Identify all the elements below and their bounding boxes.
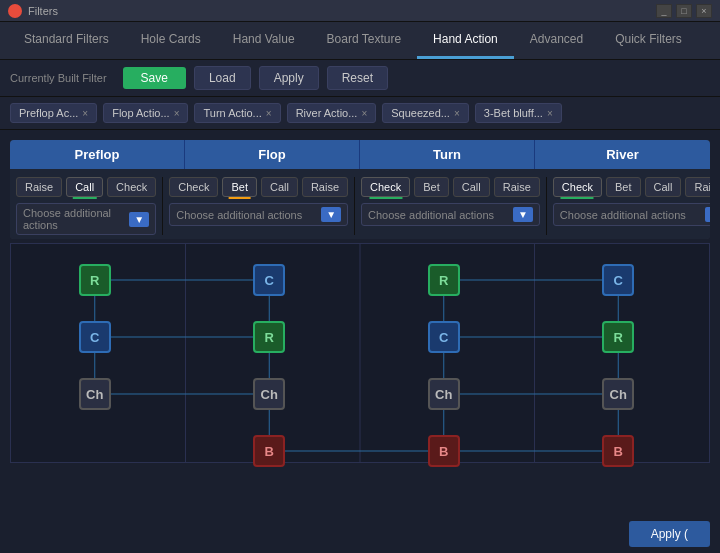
preflop-call-btn[interactable]: Call bbox=[66, 177, 103, 197]
maximize-button[interactable]: □ bbox=[676, 4, 692, 18]
node-preflop-call[interactable]: C bbox=[79, 321, 111, 353]
apply-main-button[interactable]: Apply ( bbox=[629, 521, 710, 547]
flop-actions: Check Bet Call Raise Choose additional a… bbox=[163, 177, 355, 235]
tag-preflop-label: Preflop Ac... bbox=[19, 107, 78, 119]
bottom-bar: Apply ( bbox=[629, 521, 710, 547]
tag-preflop-remove[interactable]: × bbox=[82, 108, 88, 119]
tag-squeezed: Squeezed... × bbox=[382, 103, 469, 123]
tag-squeezed-remove[interactable]: × bbox=[454, 108, 460, 119]
flop-check-btn[interactable]: Check bbox=[169, 177, 218, 197]
turn-bet-btn[interactable]: Bet bbox=[414, 177, 449, 197]
turn-raise-btn[interactable]: Raise bbox=[494, 177, 540, 197]
filter-bar: Currently Built Filter Save Load Apply R… bbox=[0, 60, 720, 97]
river-actions: Check Bet Call Raise Choose additional a… bbox=[547, 177, 710, 235]
load-button[interactable]: Load bbox=[194, 66, 251, 90]
node-turn-raise[interactable]: R bbox=[428, 264, 460, 296]
flop-dropdown-arrow: ▼ bbox=[321, 207, 341, 222]
tag-3bet-remove[interactable]: × bbox=[547, 108, 553, 119]
tag-river-label: River Actio... bbox=[296, 107, 358, 119]
nav-tabs: Standard Filters Hole Cards Hand Value B… bbox=[0, 22, 720, 60]
tag-flop-remove[interactable]: × bbox=[174, 108, 180, 119]
title-bar: Filters _ □ × bbox=[0, 0, 720, 22]
tab-board-texture[interactable]: Board Texture bbox=[311, 22, 418, 59]
node-river-raise[interactable]: R bbox=[602, 321, 634, 353]
node-turn-bet[interactable]: B bbox=[428, 435, 460, 467]
node-preflop-check[interactable]: Ch bbox=[79, 378, 111, 410]
flop-raise-btn[interactable]: Raise bbox=[302, 177, 348, 197]
tag-river-remove[interactable]: × bbox=[361, 108, 367, 119]
node-turn-check[interactable]: Ch bbox=[428, 378, 460, 410]
tag-preflop: Preflop Ac... × bbox=[10, 103, 97, 123]
street-header-turn: Turn bbox=[360, 140, 535, 169]
river-bet-btn[interactable]: Bet bbox=[606, 177, 641, 197]
tags-bar: Preflop Ac... × Flop Actio... × Turn Act… bbox=[0, 97, 720, 130]
flop-bet-btn[interactable]: Bet bbox=[222, 177, 257, 197]
tag-turn-label: Turn Actio... bbox=[203, 107, 261, 119]
tab-standard-filters[interactable]: Standard Filters bbox=[8, 22, 125, 59]
node-flop-call[interactable]: C bbox=[253, 264, 285, 296]
preflop-actions: Raise Call Check Choose additional actio… bbox=[10, 177, 163, 235]
preflop-check-btn[interactable]: Check bbox=[107, 177, 156, 197]
turn-additional-dropdown[interactable]: Choose additional actions ▼ bbox=[361, 203, 540, 226]
title-bar-title: Filters bbox=[28, 5, 58, 17]
tab-hand-action[interactable]: Hand Action bbox=[417, 22, 514, 59]
tab-hand-value[interactable]: Hand Value bbox=[217, 22, 311, 59]
turn-dropdown-arrow: ▼ bbox=[513, 207, 533, 222]
node-flop-check[interactable]: Ch bbox=[253, 378, 285, 410]
tab-quick-filters[interactable]: Quick Filters bbox=[599, 22, 698, 59]
node-preflop-raise[interactable]: R bbox=[79, 264, 111, 296]
turn-check-btn[interactable]: Check bbox=[361, 177, 410, 197]
river-raise-btn[interactable]: Raise bbox=[685, 177, 710, 197]
preflop-dropdown-arrow: ▼ bbox=[129, 212, 149, 227]
flop-additional-dropdown[interactable]: Choose additional actions ▼ bbox=[169, 203, 348, 226]
preflop-raise-btn[interactable]: Raise bbox=[16, 177, 62, 197]
app-icon bbox=[8, 4, 22, 18]
node-flop-bet[interactable]: B bbox=[253, 435, 285, 467]
river-additional-dropdown[interactable]: Choose additional actions ▼ bbox=[553, 203, 710, 226]
tag-flop: Flop Actio... × bbox=[103, 103, 188, 123]
river-dropdown-arrow: ▼ bbox=[705, 207, 710, 222]
node-river-bet[interactable]: B bbox=[602, 435, 634, 467]
tag-turn-remove[interactable]: × bbox=[266, 108, 272, 119]
close-button[interactable]: × bbox=[696, 4, 712, 18]
save-button[interactable]: Save bbox=[123, 67, 186, 89]
tag-3bet-label: 3-Bet bluff... bbox=[484, 107, 543, 119]
node-turn-call[interactable]: C bbox=[428, 321, 460, 353]
reset-button[interactable]: Reset bbox=[327, 66, 388, 90]
tag-squeezed-label: Squeezed... bbox=[391, 107, 450, 119]
node-river-check[interactable]: Ch bbox=[602, 378, 634, 410]
tab-hole-cards[interactable]: Hole Cards bbox=[125, 22, 217, 59]
river-call-btn[interactable]: Call bbox=[645, 177, 682, 197]
street-header-flop: Flop bbox=[185, 140, 360, 169]
apply-button[interactable]: Apply bbox=[259, 66, 319, 90]
tag-turn: Turn Actio... × bbox=[194, 103, 280, 123]
minimize-button[interactable]: _ bbox=[656, 4, 672, 18]
street-header-preflop: Preflop bbox=[10, 140, 185, 169]
filter-bar-label: Currently Built Filter bbox=[10, 72, 107, 84]
tag-flop-label: Flop Actio... bbox=[112, 107, 169, 119]
turn-actions: Check Bet Call Raise Choose additional a… bbox=[355, 177, 547, 235]
tag-river: River Actio... × bbox=[287, 103, 377, 123]
turn-call-btn[interactable]: Call bbox=[453, 177, 490, 197]
preflop-additional-dropdown[interactable]: Choose additional actions ▼ bbox=[16, 203, 156, 235]
title-bar-controls: _ □ × bbox=[656, 4, 712, 18]
river-check-btn[interactable]: Check bbox=[553, 177, 602, 197]
node-river-call[interactable]: C bbox=[602, 264, 634, 296]
tag-3bet: 3-Bet bluff... × bbox=[475, 103, 562, 123]
tab-advanced[interactable]: Advanced bbox=[514, 22, 599, 59]
flop-call-btn[interactable]: Call bbox=[261, 177, 298, 197]
node-flop-raise[interactable]: R bbox=[253, 321, 285, 353]
street-header-river: River bbox=[535, 140, 710, 169]
